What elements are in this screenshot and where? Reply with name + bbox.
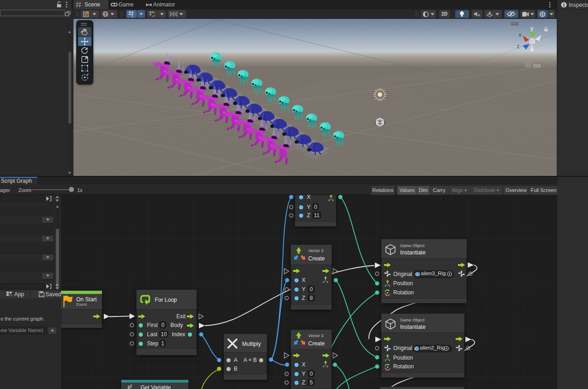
svg-text:Y: Y bbox=[131, 15, 134, 18]
svg-text:x: x bbox=[519, 32, 521, 38]
svg-text:y: y bbox=[531, 25, 533, 32]
svg-text:z: z bbox=[517, 43, 520, 50]
svg-text:Iso: Iso bbox=[533, 62, 541, 69]
